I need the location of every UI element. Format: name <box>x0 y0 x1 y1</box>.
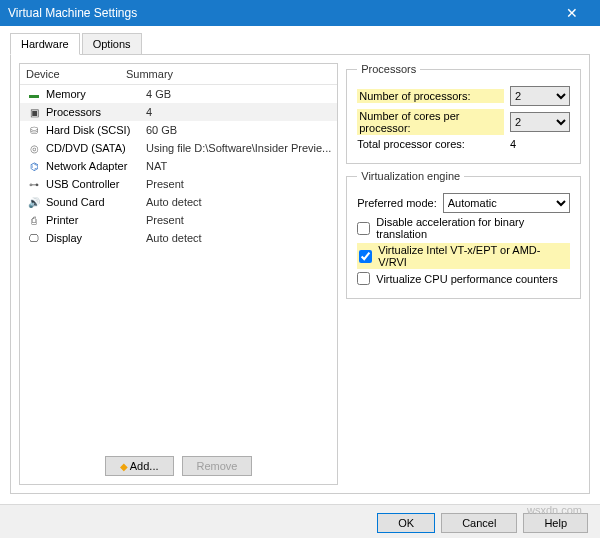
device-name: Hard Disk (SCSI) <box>46 124 142 136</box>
device-row[interactable]: ▣Processors4 <box>20 103 337 121</box>
device-name: USB Controller <box>46 178 142 190</box>
shield-icon: ◆ <box>120 461 128 472</box>
processors-legend: Processors <box>357 63 420 75</box>
device-summary: Present <box>146 178 331 190</box>
device-name: Printer <box>46 214 142 226</box>
num-processors-select[interactable]: 2 <box>510 86 570 106</box>
virtualize-cpu-counters-label: Virtualize CPU performance counters <box>376 273 557 285</box>
tab-page: Device Summary ▬Memory4 GB▣Processors4⛁H… <box>10 54 590 494</box>
window-title: Virtual Machine Settings <box>8 6 137 20</box>
disable-accel-row[interactable]: Disable acceleration for binary translat… <box>357 216 570 240</box>
device-icon: ⊶ <box>26 177 42 191</box>
tab-hardware[interactable]: Hardware <box>10 33 80 55</box>
processors-group: Processors Number of processors: 2 Numbe… <box>346 63 581 164</box>
device-row[interactable]: 🔊Sound CardAuto detect <box>20 193 337 211</box>
device-name: CD/DVD (SATA) <box>46 142 142 154</box>
remove-button: Remove <box>182 456 253 476</box>
dialog-footer: OK Cancel Help <box>0 504 600 538</box>
tab-options[interactable]: Options <box>82 33 142 55</box>
device-summary: Present <box>146 214 331 226</box>
device-name: Display <box>46 232 142 244</box>
device-row[interactable]: ⊶USB ControllerPresent <box>20 175 337 193</box>
titlebar: Virtual Machine Settings ✕ <box>0 0 600 26</box>
device-row[interactable]: ⛁Hard Disk (SCSI)60 GB <box>20 121 337 139</box>
add-button[interactable]: ◆Add... <box>105 456 174 476</box>
device-summary: Auto detect <box>146 196 331 208</box>
device-icon: ⎙ <box>26 213 42 227</box>
disable-accel-label: Disable acceleration for binary translat… <box>376 216 570 240</box>
device-summary: Using file D:\Software\Insider Previe... <box>146 142 331 154</box>
watermark: wsxdn.com <box>527 504 582 516</box>
device-summary: 4 GB <box>146 88 331 100</box>
total-cores-label: Total processor cores: <box>357 138 504 150</box>
device-summary: NAT <box>146 160 331 172</box>
device-icon: ▣ <box>26 105 42 119</box>
preferred-mode-label: Preferred mode: <box>357 197 436 209</box>
tabstrip: Hardware Options <box>0 26 600 54</box>
device-summary: 60 GB <box>146 124 331 136</box>
device-icon: ◎ <box>26 141 42 155</box>
disable-accel-checkbox[interactable] <box>357 222 370 235</box>
device-row[interactable]: 🖵DisplayAuto detect <box>20 229 337 247</box>
preferred-mode-select[interactable]: Automatic <box>443 193 570 213</box>
device-summary: Auto detect <box>146 232 331 244</box>
close-button[interactable]: ✕ <box>552 0 592 26</box>
virtualize-vtx-checkbox[interactable] <box>359 250 372 263</box>
device-name: Network Adapter <box>46 160 142 172</box>
device-list-header: Device Summary <box>20 64 337 85</box>
device-row[interactable]: ◎CD/DVD (SATA)Using file D:\Software\Ins… <box>20 139 337 157</box>
col-summary: Summary <box>126 68 173 80</box>
ok-button[interactable]: OK <box>377 513 435 533</box>
cancel-button[interactable]: Cancel <box>441 513 517 533</box>
device-icon: 🖵 <box>26 231 42 245</box>
virtualization-group: Virtualization engine Preferred mode: Au… <box>346 170 581 299</box>
device-row[interactable]: ⌬Network AdapterNAT <box>20 157 337 175</box>
virtualize-cpu-counters-row[interactable]: Virtualize CPU performance counters <box>357 272 570 285</box>
col-device: Device <box>26 68 126 80</box>
total-cores-value: 4 <box>510 138 570 150</box>
cores-per-processor-select[interactable]: 2 <box>510 112 570 132</box>
help-button[interactable]: Help <box>523 513 588 533</box>
device-buttons: ◆Add... Remove <box>20 448 337 484</box>
virtualize-vtx-row[interactable]: Virtualize Intel VT-x/EPT or AMD-V/RVI <box>357 243 570 269</box>
device-list[interactable]: Device Summary ▬Memory4 GB▣Processors4⛁H… <box>20 64 337 448</box>
device-row[interactable]: ▬Memory4 GB <box>20 85 337 103</box>
device-icon: ⌬ <box>26 159 42 173</box>
cores-per-processor-label: Number of cores per processor: <box>357 109 504 135</box>
device-name: Processors <box>46 106 142 118</box>
virtualize-vtx-label: Virtualize Intel VT-x/EPT or AMD-V/RVI <box>378 244 568 268</box>
device-name: Sound Card <box>46 196 142 208</box>
num-processors-label: Number of processors: <box>357 89 504 103</box>
device-icon: ▬ <box>26 87 42 101</box>
settings-panel: Processors Number of processors: 2 Numbe… <box>346 63 581 485</box>
virtualize-cpu-counters-checkbox[interactable] <box>357 272 370 285</box>
device-icon: ⛁ <box>26 123 42 137</box>
device-icon: 🔊 <box>26 195 42 209</box>
device-row[interactable]: ⎙PrinterPresent <box>20 211 337 229</box>
device-panel: Device Summary ▬Memory4 GB▣Processors4⛁H… <box>19 63 338 485</box>
device-summary: 4 <box>146 106 331 118</box>
virtualization-legend: Virtualization engine <box>357 170 464 182</box>
device-name: Memory <box>46 88 142 100</box>
